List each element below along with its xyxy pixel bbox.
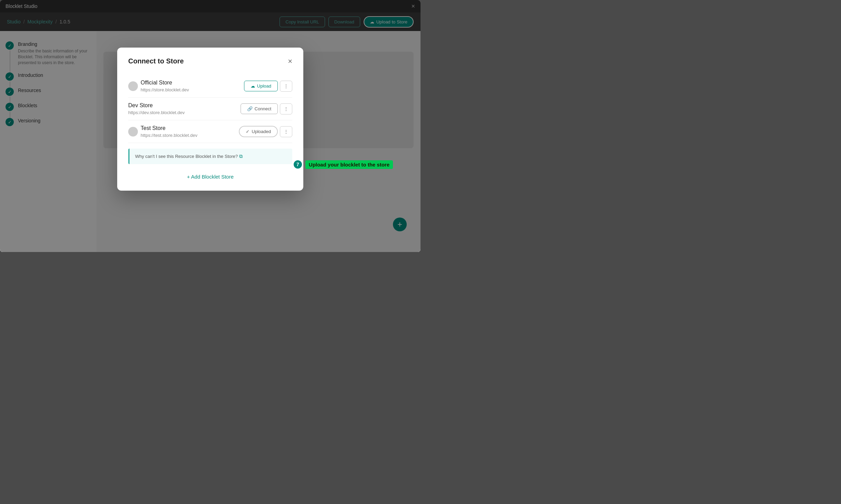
upload-label: Upload <box>257 83 271 89</box>
test-uploaded-button[interactable]: ✓ Uploaded <box>239 126 278 137</box>
store-item-official: Official Store https://store.blocklet.de… <box>128 75 292 98</box>
test-store-icon <box>128 127 138 137</box>
official-upload-button[interactable]: ☁ Upload <box>244 81 278 91</box>
annotation-badge: 7 Upload your blocklet to the store <box>293 160 393 169</box>
official-store-info: Official Store https://store.blocklet.de… <box>141 80 189 92</box>
app-window: Blocklet Studio × Studio / Mockplexity /… <box>0 0 420 252</box>
dev-store-url: https://dev.store.blocklet.dev <box>128 110 185 115</box>
official-more-button[interactable]: ⋮ <box>280 81 292 92</box>
test-store-actions: ✓ Uploaded ⋮ <box>239 126 292 137</box>
test-store-info: Test Store https://test.store.blocklet.d… <box>141 125 197 138</box>
dev-more-button[interactable]: ⋮ <box>280 103 292 114</box>
test-store-name: Test Store <box>141 125 197 131</box>
annotation-number: 7 <box>293 160 303 169</box>
dev-store-info: Dev Store https://dev.store.blocklet.dev <box>128 102 185 115</box>
modal-close-button[interactable]: × <box>288 58 292 65</box>
official-store-actions: ☁ Upload ⋮ <box>244 81 292 92</box>
add-blocklet-store-button[interactable]: + Add Blocklet Store <box>128 170 292 180</box>
test-store-url: https://test.store.blocklet.dev <box>141 133 197 138</box>
modal-header: Connect to Store × <box>128 57 292 65</box>
store-item-dev: Dev Store https://dev.store.blocklet.dev… <box>128 98 292 120</box>
uploaded-label: Uploaded <box>252 129 271 134</box>
modal-overlay[interactable]: 7 Upload your blocklet to the store Conn… <box>0 0 420 252</box>
official-store-name: Official Store <box>141 80 189 86</box>
store-item-test: Test Store https://test.store.blocklet.d… <box>128 120 292 143</box>
dev-store-name: Dev Store <box>128 102 185 109</box>
test-more-button[interactable]: ⋮ <box>280 126 292 137</box>
connect-to-store-modal: Connect to Store × Official Store https:… <box>117 48 303 191</box>
info-text: Why can't I see this Resource Blocklet i… <box>135 153 243 159</box>
connect-label: Connect <box>255 106 271 111</box>
upload-icon: ☁ <box>251 83 255 89</box>
external-link-icon: ⧉ <box>239 153 243 159</box>
modal-title: Connect to Store <box>128 57 184 65</box>
info-box: Why can't I see this Resource Blocklet i… <box>128 149 292 164</box>
dev-connect-button[interactable]: 🔗 Connect <box>241 103 278 114</box>
official-store-url: https://store.blocklet.dev <box>141 87 189 92</box>
check-icon: ✓ <box>246 129 250 134</box>
dev-store-actions: 🔗 Connect ⋮ <box>241 103 292 114</box>
link-icon: 🔗 <box>247 106 253 111</box>
annotation-text: Upload your blocklet to the store <box>305 160 393 169</box>
official-store-icon <box>128 81 138 91</box>
